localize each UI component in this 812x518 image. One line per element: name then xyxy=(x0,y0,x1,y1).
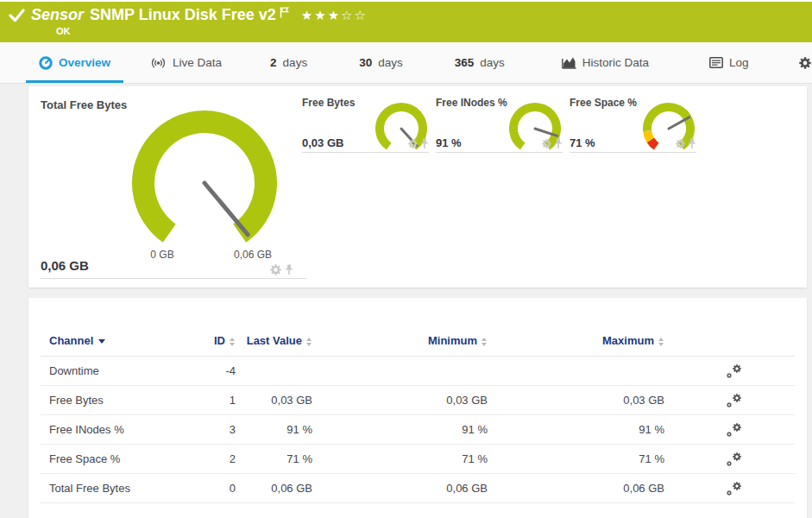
gauge-settings-gear-icon[interactable] xyxy=(542,139,551,148)
channel-minimum: 0,06 GB xyxy=(312,482,488,495)
gauge-icon xyxy=(39,56,53,70)
status-ok-check-icon xyxy=(9,9,25,22)
channel-settings-gears-icon[interactable] xyxy=(727,394,741,407)
sort-arrows-icon xyxy=(658,338,664,346)
table-row: Free Space % 2 71 % 71 % 71 % xyxy=(41,445,795,474)
table-row: Free Bytes 1 0,03 GB 0,03 GB 0,03 GB xyxy=(41,386,795,415)
channel-last-value: 71 % xyxy=(236,452,312,465)
gauges-panel: Total Free Bytes 0 GB 0,06 GB 0,06 GB Fr… xyxy=(28,86,807,287)
area-chart-icon xyxy=(562,56,576,69)
tab-log[interactable]: Log xyxy=(696,42,762,83)
log-icon xyxy=(709,57,723,68)
sort-arrows-icon xyxy=(230,338,236,346)
channel-minimum: 0,03 GB xyxy=(312,394,488,407)
flag-icon[interactable] xyxy=(280,7,289,18)
column-header-id[interactable]: ID xyxy=(196,334,236,348)
channel-id: 3 xyxy=(196,423,236,436)
channel-name: Free Space % xyxy=(41,452,196,465)
column-header-minimum[interactable]: Minimum xyxy=(312,334,488,348)
channel-minimum: 91 % xyxy=(312,423,488,436)
column-header-channel[interactable]: Channel xyxy=(41,334,196,348)
tab-overview[interactable]: Overview xyxy=(26,42,123,83)
tab-label: Live Data xyxy=(173,56,222,69)
gear-icon xyxy=(799,57,811,69)
channel-minimum: 71 % xyxy=(312,452,488,465)
channel-maximum: 0,03 GB xyxy=(488,394,664,407)
tab-label: Historic Data xyxy=(582,56,649,69)
channel-settings-gears-icon[interactable] xyxy=(727,423,741,437)
gauge-scale-min: 0 GB xyxy=(136,249,188,261)
table-row: Free INodes % 3 91 % 91 % 91 % xyxy=(41,415,795,445)
tab-historic-data[interactable]: Historic Data xyxy=(549,42,662,83)
channel-id: 2 xyxy=(196,452,236,465)
mini-gauge-free-space: Free Space % 71 % xyxy=(570,97,696,153)
gauge-settings-gear-icon[interactable] xyxy=(270,264,281,275)
channel-id: -4 xyxy=(196,364,236,377)
mini-gauge-value: 91 % xyxy=(436,136,462,149)
tab-30-days[interactable]: 30 days xyxy=(346,42,416,83)
channel-name: Free INodes % xyxy=(41,423,196,436)
gauge-settings-gear-icon[interactable] xyxy=(408,139,418,148)
channel-id: 0 xyxy=(196,482,236,495)
priority-stars[interactable]: ★★★☆☆ xyxy=(301,8,368,23)
divider xyxy=(302,152,429,153)
sort-caret-down-icon xyxy=(98,339,105,344)
tab-label: days xyxy=(378,56,403,69)
tab-live-data[interactable]: Live Data xyxy=(137,42,235,83)
channel-name: Total Free Bytes xyxy=(41,482,196,495)
primary-gauge-value: 0,06 GB xyxy=(41,258,89,273)
object-kind-label: Sensor xyxy=(31,6,84,24)
table-row: Downtime -4 xyxy=(41,357,795,386)
channel-settings-gears-icon[interactable] xyxy=(727,364,741,378)
sort-arrows-icon xyxy=(306,338,312,346)
channel-maximum: 71 % xyxy=(488,452,664,465)
tab-label: days xyxy=(283,56,308,69)
channel-last-value: 0,03 GB xyxy=(236,394,312,407)
divider xyxy=(570,152,696,153)
tab-number: 30 xyxy=(359,56,372,69)
gauge-settings-gear-icon[interactable] xyxy=(676,139,685,148)
mini-gauge-title: Free Bytes xyxy=(302,97,355,109)
tab-number: 365 xyxy=(455,56,475,69)
mini-gauge-title: Free INodes % xyxy=(436,97,507,109)
gauge-pin-icon[interactable] xyxy=(688,138,696,149)
tab-label: Overview xyxy=(59,56,110,69)
column-header-maximum[interactable]: Maximum xyxy=(488,334,664,348)
tab-2-days[interactable]: 2 days xyxy=(257,42,320,83)
divider xyxy=(436,152,563,153)
divider xyxy=(41,278,306,279)
primary-gauge-title: Total Free Bytes xyxy=(41,98,127,111)
gauge-pin-icon[interactable] xyxy=(285,264,293,275)
gauge-pin-icon[interactable] xyxy=(420,138,429,149)
gauge-pin-icon[interactable] xyxy=(554,138,563,149)
mini-gauge-value: 71 % xyxy=(570,136,595,149)
tab-label: days xyxy=(480,56,505,69)
channel-name: Free Bytes xyxy=(41,394,196,407)
gauge-scale-max: 0,06 GB xyxy=(223,249,283,261)
table-header-row: Channel ID Last Value Minimum Maximum xyxy=(41,334,795,357)
tab-settings[interactable]: Settings xyxy=(786,42,812,83)
mini-gauge-free-bytes: Free Bytes 0,03 GB xyxy=(302,97,429,153)
channel-settings-gears-icon[interactable] xyxy=(727,482,741,496)
channel-id: 1 xyxy=(196,394,236,407)
channel-maximum: 0,06 GB xyxy=(488,482,664,495)
mini-gauge-value: 0,03 GB xyxy=(302,136,343,149)
sensor-status-badge: OK xyxy=(56,26,812,36)
primary-gauge xyxy=(131,110,278,256)
sensor-header: Sensor SNMP Linux Disk Free v2 ★★★☆☆ OK xyxy=(0,2,812,42)
tab-number: 2 xyxy=(270,56,277,69)
sort-arrows-icon xyxy=(482,338,488,346)
mini-gauge-title: Free Space % xyxy=(570,97,637,109)
channel-last-value: 91 % xyxy=(236,423,312,436)
tab-label: Log xyxy=(729,56,749,69)
channel-last-value: 0,06 GB xyxy=(236,482,312,495)
channels-panel: Channel ID Last Value Minimum Maximum Do… xyxy=(28,298,807,518)
broadcast-icon xyxy=(150,56,167,70)
column-header-last-value[interactable]: Last Value xyxy=(236,334,312,348)
channel-name: Downtime xyxy=(41,364,196,377)
channel-settings-gears-icon[interactable] xyxy=(727,452,741,466)
channel-maximum: 91 % xyxy=(488,423,664,436)
table-row: Total Free Bytes 0 0,06 GB 0,06 GB 0,06 … xyxy=(41,474,795,503)
tab-365-days[interactable]: 365 days xyxy=(442,42,518,83)
mini-gauge-free-inodes: Free INodes % 91 % xyxy=(436,97,563,153)
